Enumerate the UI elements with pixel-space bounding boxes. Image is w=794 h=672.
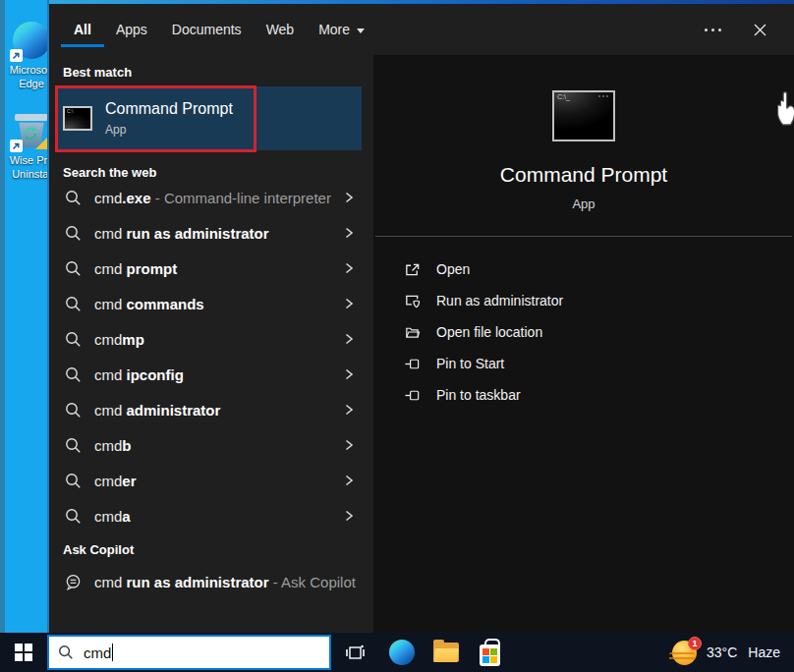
taskbar: cmd 1 33°C Haze — [0, 633, 794, 672]
preview-subtitle: App — [572, 196, 595, 211]
web-suggestion[interactable]: cmd prompt — [55, 251, 373, 286]
screen: Microsoft Edge Wise Pro Uninstal — [0, 0, 794, 672]
action-open-file-location[interactable]: Open file location — [373, 316, 794, 348]
web-suggestion[interactable]: cmd ipconfig — [55, 357, 373, 392]
search-value: cmd — [84, 644, 111, 661]
web-suggestion[interactable]: cmd commands — [55, 286, 373, 321]
mouse-hand-cursor — [772, 90, 794, 130]
command-prompt-icon — [63, 106, 92, 131]
tab-apps[interactable]: Apps — [116, 8, 147, 51]
tab-all[interactable]: All — [74, 8, 91, 51]
edge-logo-icon — [13, 22, 50, 59]
weather-text[interactable]: 33°C Haze — [707, 644, 780, 660]
shield-icon — [403, 293, 421, 309]
chevron-right-icon[interactable] — [340, 259, 358, 277]
open-icon — [403, 261, 421, 278]
web-suggestion[interactable]: cmdb — [55, 427, 373, 463]
chevron-right-icon[interactable] — [340, 472, 358, 489]
recycle-arrows-icon — [22, 124, 39, 143]
chevron-right-icon[interactable] — [340, 295, 358, 312]
search-icon — [65, 225, 82, 242]
action-pin-to-taskbar[interactable]: Pin to taskbar — [373, 379, 794, 411]
task-view-icon — [345, 643, 366, 663]
search-icon — [65, 508, 82, 525]
ask-copilot-header: Ask Copilot — [63, 542, 373, 557]
best-match-result[interactable]: Command Prompt App — [55, 86, 362, 150]
preview-title: Command Prompt — [500, 163, 667, 187]
search-icon — [65, 331, 82, 348]
windows-logo-icon — [15, 644, 32, 661]
taskbar-search-input[interactable]: cmd — [47, 635, 331, 670]
pin-icon — [403, 387, 421, 404]
chevron-right-icon[interactable] — [340, 330, 358, 348]
action-list: Open Run as administrator Open file loca… — [373, 253, 794, 411]
best-match-title: Command Prompt — [105, 100, 233, 118]
chevron-down-icon — [357, 28, 365, 33]
options-ellipsis-button[interactable] — [703, 23, 723, 37]
start-button[interactable] — [0, 633, 47, 672]
chevron-right-icon[interactable] — [340, 436, 358, 454]
filter-tabs: All Apps Documents Web More — [74, 8, 365, 51]
taskbar-edge-button[interactable] — [379, 633, 424, 672]
search-icon — [65, 402, 82, 419]
action-pin-to-start[interactable]: Pin to Start — [373, 348, 794, 379]
chevron-right-icon[interactable] — [340, 189, 358, 206]
search-icon — [65, 437, 82, 454]
search-icon — [65, 190, 82, 206]
divider — [375, 236, 792, 237]
web-suggestion[interactable]: cmdmp — [55, 321, 373, 357]
chevron-right-icon[interactable] — [340, 224, 358, 242]
web-suggestion[interactable]: cmda — [55, 498, 373, 533]
action-run-as-administrator[interactable]: Run as administrator — [373, 285, 794, 316]
shortcut-arrow-icon — [10, 140, 23, 152]
weather-haze-icon[interactable]: 1 — [672, 641, 697, 665]
preview-pane: Command Prompt App Open Run as administr… — [373, 55, 794, 633]
tab-more[interactable]: More — [318, 8, 365, 51]
web-suggestion[interactable]: cmd.exe - Command-line interpreter — [55, 180, 373, 215]
best-match-subtitle: App — [105, 123, 233, 137]
microsoft-store-icon — [480, 644, 500, 666]
results-pane: Best match Command Prompt App Search the… — [47, 55, 373, 633]
taskbar-store-button[interactable] — [468, 633, 512, 672]
file-explorer-icon — [433, 643, 459, 662]
edge-icon — [389, 640, 415, 665]
notification-badge: 1 — [688, 637, 702, 650]
best-match-header: Best match — [63, 65, 373, 80]
shortcut-arrow-icon — [10, 49, 23, 62]
copilot-chat-icon — [65, 574, 82, 590]
folder-icon — [403, 324, 421, 341]
tab-web[interactable]: Web — [266, 8, 295, 51]
condition-label: Haze — [748, 644, 780, 660]
search-icon — [58, 644, 74, 660]
chevron-right-icon[interactable] — [340, 507, 358, 525]
tab-documents[interactable]: Documents — [172, 8, 242, 51]
close-icon — [753, 23, 767, 37]
action-open[interactable]: Open — [373, 253, 794, 285]
chevron-right-icon[interactable] — [340, 365, 358, 383]
command-prompt-icon-large — [552, 90, 615, 141]
search-icon — [65, 260, 82, 277]
close-button[interactable] — [749, 19, 771, 41]
copilot-suggestion[interactable]: cmd run as administrator - Ask Copilot — [55, 564, 373, 599]
search-icon — [65, 296, 82, 312]
web-suggestion[interactable]: cmder — [55, 463, 373, 498]
search-icon — [65, 473, 82, 489]
search-flyout: All Apps Documents Web More Best match — [47, 0, 794, 633]
wise-uninstaller-icon — [13, 112, 50, 149]
chevron-right-icon[interactable] — [340, 401, 358, 419]
web-suggestion[interactable]: cmd administrator — [55, 392, 373, 427]
search-web-header: Search the web — [63, 165, 373, 180]
search-icon — [65, 366, 82, 383]
search-header: All Apps Documents Web More — [47, 0, 794, 55]
temperature-label: 33°C — [707, 644, 737, 660]
text-caret — [112, 644, 113, 661]
web-suggestion[interactable]: cmd run as administrator — [55, 215, 373, 251]
task-view-button[interactable] — [331, 633, 379, 672]
system-tray: 1 33°C Haze — [672, 641, 794, 665]
taskbar-file-explorer-button[interactable] — [424, 633, 468, 672]
pin-icon — [403, 356, 421, 372]
